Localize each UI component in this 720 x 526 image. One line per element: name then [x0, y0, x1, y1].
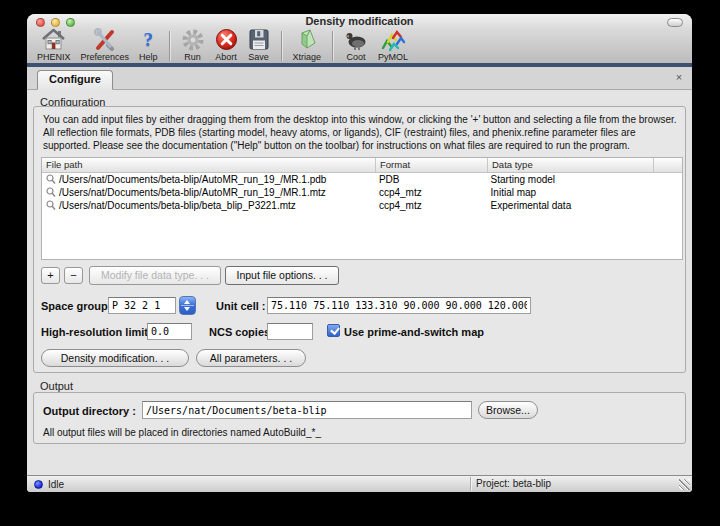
file-path-cell: /Users/nat/Documents/beta-blip/AutoMR_ru…: [59, 173, 326, 186]
file-path-cell: /Users/nat/Documents/beta-blip/AutoMR_ru…: [59, 186, 326, 199]
output-directory-field[interactable]: [142, 401, 472, 419]
stepper-up-icon: [184, 300, 190, 304]
tab-close-icon[interactable]: ×: [672, 70, 686, 84]
zoom-window-button[interactable]: [66, 18, 75, 27]
toolbar-item-label: PyMOL: [378, 52, 408, 63]
high-resolution-limit-label: High-resolution limit :: [41, 326, 155, 338]
unit-cell-label: Unit cell :: [216, 300, 266, 312]
all-parameters-button[interactable]: All parameters. . .: [196, 349, 306, 367]
save-icon: [248, 27, 270, 52]
data-type-cell: Initial map: [487, 186, 682, 199]
table-row[interactable]: /Users/nat/Documents/beta-blip/beta_blip…: [42, 199, 682, 212]
input-files-table[interactable]: File path Format Data type /Users/nat/Do…: [41, 157, 683, 260]
traffic-lights: [36, 18, 75, 27]
format-cell: PDB: [375, 173, 487, 186]
toolbar-separator: [332, 31, 333, 61]
close-window-button[interactable]: [36, 18, 45, 27]
input-file-options-button[interactable]: Input file options. . .: [225, 266, 339, 285]
browse-button[interactable]: Browse...: [478, 401, 538, 419]
toolbar: PHENIX Preferences ? Help: [32, 27, 413, 63]
table-row[interactable]: /Users/nat/Documents/beta-blip/AutoMR_ru…: [42, 173, 682, 186]
instructions-text: You can add input files by either draggi…: [43, 113, 681, 152]
modify-file-data-type-button[interactable]: Modify file data type. . .: [89, 266, 221, 285]
data-type-cell: Starting model: [487, 173, 682, 186]
prime-and-switch-label: Use prime-and-switch map: [344, 326, 484, 338]
column-header-spacer: [654, 158, 682, 172]
output-directory-label: Output directory :: [43, 405, 136, 417]
bird-icon: [344, 27, 368, 52]
column-header-file-path: File path: [42, 158, 376, 172]
space-group-stepper[interactable]: [179, 296, 196, 315]
status-indicator-icon: [34, 480, 43, 489]
column-header-format: Format: [376, 158, 488, 172]
add-file-button[interactable]: +: [41, 267, 60, 284]
toolbar-item-label: Help: [139, 52, 158, 63]
main-panel: Configure × Configuration You can add in…: [27, 67, 692, 492]
space-group-field[interactable]: [108, 297, 176, 314]
minimize-window-button[interactable]: [51, 18, 60, 27]
magnifier-icon: [46, 174, 56, 185]
toolbar-item-label: Abort: [215, 52, 237, 63]
toolbar-item-abort[interactable]: Abort: [210, 27, 243, 63]
toolbar-item-phenix[interactable]: PHENIX: [32, 27, 76, 63]
status-text: Idle: [48, 479, 64, 490]
tab-bar: Configure ×: [27, 67, 692, 90]
data-type-cell: Experimental data: [487, 199, 682, 212]
output-groupbox: Output directory : Browse... All output …: [33, 392, 686, 444]
pymol-icon: [380, 27, 406, 52]
column-header-data-type: Data type: [488, 158, 654, 172]
tab-configure[interactable]: Configure: [37, 70, 113, 90]
crystal-icon: [295, 27, 319, 52]
magnifier-icon: [46, 200, 56, 211]
toolbar-item-save[interactable]: Save: [243, 27, 275, 63]
tools-icon: [93, 27, 117, 52]
table-header-row: File path Format Data type: [42, 158, 682, 173]
stepper-down-icon: [184, 307, 190, 311]
format-cell: ccp4_mtz: [375, 199, 487, 212]
space-group-label: Space group :: [41, 300, 114, 312]
abort-icon: [215, 27, 238, 52]
toolbar-item-label: Coot: [347, 52, 366, 63]
status-bar: Idle Project: beta-blip: [27, 475, 692, 492]
toolbar-item-label: Preferences: [81, 52, 130, 63]
ncs-copies-field[interactable]: [267, 323, 313, 340]
window-chrome: Density modification PHENIX: [27, 14, 692, 67]
configuration-groupbox: You can add input files by either draggi…: [33, 106, 686, 373]
prime-and-switch-checkbox[interactable]: [327, 324, 340, 337]
gear-icon: [181, 27, 205, 52]
magnifier-icon: [46, 187, 56, 198]
file-path-cell: /Users/nat/Documents/beta-blip/beta_blip…: [59, 199, 296, 212]
question-icon: ?: [144, 27, 154, 52]
toolbar-item-xtriage[interactable]: Xtriage: [288, 27, 327, 63]
status-bar-divider: [470, 477, 471, 491]
format-cell: ccp4_mtz: [375, 186, 487, 199]
table-row[interactable]: /Users/nat/Documents/beta-blip/AutoMR_ru…: [42, 186, 682, 199]
toolbar-item-label: Run: [184, 52, 201, 63]
toolbar-separator: [281, 31, 282, 61]
output-note-text: All output files will be placed in direc…: [43, 427, 321, 438]
toolbar-item-label: Xtriage: [293, 52, 322, 63]
toolbar-item-pymol[interactable]: PyMOL: [373, 27, 413, 63]
toolbar-item-preferences[interactable]: Preferences: [76, 27, 135, 63]
toolbar-item-label: Save: [248, 52, 269, 63]
toolbar-separator: [169, 31, 170, 61]
high-resolution-limit-field[interactable]: [147, 323, 192, 340]
output-section-title: Output: [40, 380, 73, 392]
toolbar-item-label: PHENIX: [37, 52, 71, 63]
project-label: Project: beta-blip: [476, 477, 551, 491]
remove-file-button[interactable]: −: [64, 267, 83, 284]
unit-cell-field[interactable]: [267, 297, 531, 314]
resize-grip[interactable]: [679, 479, 690, 490]
toolbar-item-coot[interactable]: Coot: [339, 27, 373, 63]
toolbar-item-run[interactable]: Run: [176, 27, 210, 63]
home-icon: [41, 27, 66, 52]
toolbar-item-help[interactable]: ? Help: [134, 27, 163, 63]
app-window: Density modification PHENIX: [27, 14, 692, 492]
toolbar-toggle-button[interactable]: [667, 18, 683, 27]
density-modification-button[interactable]: Density modification. . .: [41, 349, 189, 367]
